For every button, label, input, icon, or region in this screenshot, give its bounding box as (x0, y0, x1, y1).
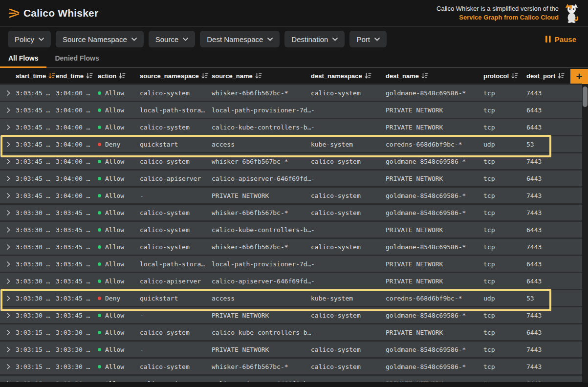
cell-protocol: tcp (483, 89, 526, 97)
column-label: start_time (16, 72, 46, 80)
expand-caret-icon (7, 210, 10, 215)
flow-row[interactable]: 3:03:15 …3:03:30 …Allow-PRIVATE NETWORKc… (0, 342, 582, 357)
cell-dest_port: 7443 (526, 346, 556, 353)
filter-destination[interactable]: Destination (284, 31, 345, 47)
action-label: Allow (105, 226, 124, 234)
cell-dest_namespace: - (311, 226, 386, 234)
sort-icon (48, 73, 55, 79)
cell-action: Allow (98, 158, 140, 165)
column-header-end_time[interactable]: end_time (56, 72, 98, 80)
cell-action: Allow (98, 363, 140, 370)
column-header-source_namespace[interactable]: source_namespace (140, 72, 212, 80)
flow-row[interactable]: 3:03:30 …3:03:45 …Allowcalico-systemcali… (0, 222, 582, 237)
app-title: Calico Whisker (23, 7, 98, 19)
cell-start_time: 3:03:30 … (16, 209, 56, 216)
flow-row[interactable]: 3:03:45 …3:04:00 …Denyquickstartaccessku… (0, 136, 582, 152)
cell-source_name: calico-kube-controllers-b… (212, 124, 311, 131)
column-header-start_time[interactable]: start_time (16, 72, 56, 80)
flow-row[interactable]: 3:03:30 …3:03:45 …Allowcalico-systemwhis… (0, 239, 582, 255)
column-header-action[interactable]: action (98, 72, 140, 80)
filter-source-namespace[interactable]: Source Namespace (56, 31, 144, 47)
filter-port[interactable]: Port (349, 31, 387, 47)
column-label: source_namespace (140, 72, 199, 80)
flow-row[interactable]: 3:03:45 …3:04:00 …Allow-PRIVATE NETWORKc… (0, 188, 582, 203)
chevron-down-icon (332, 38, 338, 41)
action-label: Allow (105, 278, 124, 285)
action-label: Allow (105, 380, 124, 383)
flow-row[interactable]: 3:03:15 …3:03:30 …Allowcalico-apiserverc… (0, 376, 582, 382)
cell-action: Allow (98, 209, 140, 216)
cell-source_name: whisker-6b6fb567bc-* (212, 243, 311, 251)
cell-source_namespace: calico-apiserver (140, 278, 212, 285)
column-label: source_name (212, 72, 253, 80)
cell-dest_name: PRIVATE NETWORK (386, 329, 483, 336)
cell-dest_namespace: calico-system (311, 89, 386, 97)
filter-policy[interactable]: Policy (8, 31, 51, 47)
expand-caret-icon (7, 279, 10, 284)
flow-row[interactable]: 3:03:30 …3:03:45 …Denyquickstartaccessku… (0, 290, 582, 306)
cell-dest_name: goldmane-8548c69586-* (386, 312, 483, 319)
column-header-source_name[interactable]: source_name (212, 72, 311, 80)
column-header-dest_port[interactable]: dest_port (526, 72, 556, 80)
cell-source_name: calico-kube-controllers-b… (212, 329, 311, 336)
sort-icon (119, 73, 126, 79)
column-header-dest_name[interactable]: dest_name (386, 72, 483, 80)
flow-row[interactable]: 3:03:45 …3:04:00 …Allowcalico-apiserverc… (0, 171, 582, 186)
flow-row[interactable]: 3:03:45 …3:04:00 …Allowcalico-systemcali… (0, 119, 582, 135)
cell-source_namespace: calico-system (140, 243, 212, 251)
cell-end_time: 3:03:45 … (56, 278, 98, 285)
cell-end_time: 3:04:00 … (56, 175, 98, 182)
cell-dest_namespace: - (311, 107, 386, 114)
tagline-text: Calico Whisker is a simplified version o… (436, 4, 559, 13)
add-column-button[interactable]: + (570, 69, 588, 85)
cell-dest_port: 7443 (526, 209, 556, 216)
column-label: protocol (483, 72, 509, 80)
allow-status-dot (98, 126, 101, 129)
scrollbar-thumb[interactable] (583, 86, 588, 107)
flow-row[interactable]: 3:03:45 …3:04:00 …Allowcalico-systemwhis… (0, 153, 582, 169)
pause-button[interactable]: Pause (545, 35, 576, 43)
flow-row[interactable]: 3:03:30 …3:03:45 …Allowcalico-systemwhis… (0, 205, 582, 220)
expand-caret-icon (7, 125, 10, 130)
column-label: dest_name (386, 72, 419, 80)
filter-dest-namespace[interactable]: Dest Namespace (200, 31, 280, 47)
cell-end_time: 3:04:00 … (56, 192, 98, 199)
allow-status-dot (98, 211, 101, 215)
expand-caret-icon (7, 330, 10, 335)
tab-all-flows[interactable]: All Flows (0, 54, 46, 68)
action-label: Allow (105, 312, 124, 319)
service-graph-link[interactable]: Service Graph from Calico Cloud (436, 13, 559, 22)
allow-status-dot (98, 262, 101, 266)
column-header-protocol[interactable]: protocol (483, 72, 526, 80)
filter-source[interactable]: Source (149, 31, 196, 47)
cell-end_time: 3:03:30 … (56, 346, 98, 353)
cell-dest_namespace: calico-system (311, 243, 386, 251)
column-header-dest_namespace[interactable]: dest_namespace (311, 72, 386, 80)
cell-source_namespace: local-path-stora… (140, 107, 212, 114)
cell-start_time: 3:03:30 … (16, 312, 56, 319)
flow-row[interactable]: 3:03:15 …3:03:30 …Allowcalico-systemwhis… (0, 359, 582, 374)
cell-protocol: tcp (483, 346, 526, 353)
flow-row[interactable]: 3:03:15 …3:03:30 …Allowcalico-systemcali… (0, 324, 582, 340)
cell-end_time: 3:03:45 … (56, 209, 98, 216)
cell-dest_namespace: calico-system (311, 192, 386, 199)
flow-row[interactable]: 3:03:30 …3:03:45 …Allow-PRIVATE NETWORKc… (0, 307, 582, 323)
cell-protocol: tcp (483, 278, 526, 285)
cell-source_namespace: calico-system (140, 329, 212, 336)
flow-row[interactable]: 3:03:45 …3:04:00 …Allowcalico-systemwhis… (0, 85, 582, 101)
cell-end_time: 3:03:45 … (56, 243, 98, 251)
cell-start_time: 3:03:30 … (16, 260, 56, 268)
vertical-scrollbar[interactable] (582, 84, 588, 383)
flow-row[interactable]: 3:03:30 …3:03:45 …Allowcalico-apiserverc… (0, 273, 582, 289)
expand-caret-icon (7, 381, 10, 383)
column-label: action (98, 72, 116, 80)
filter-label: Source Namespace (63, 35, 127, 43)
flow-row[interactable]: 3:03:45 …3:04:00 …Allowlocal-path-stora…… (0, 102, 582, 118)
action-label: Allow (105, 124, 124, 131)
tab-denied-flows[interactable]: Denied Flows (46, 54, 107, 68)
flow-row[interactable]: 3:03:30 …3:03:45 …Allowlocal-path-stora…… (0, 256, 582, 272)
expand-caret-icon (7, 313, 10, 318)
cell-protocol: tcp (483, 363, 526, 370)
cell-dest_name: PRIVATE NETWORK (386, 226, 483, 234)
cell-end_time: 3:03:30 … (56, 380, 98, 383)
